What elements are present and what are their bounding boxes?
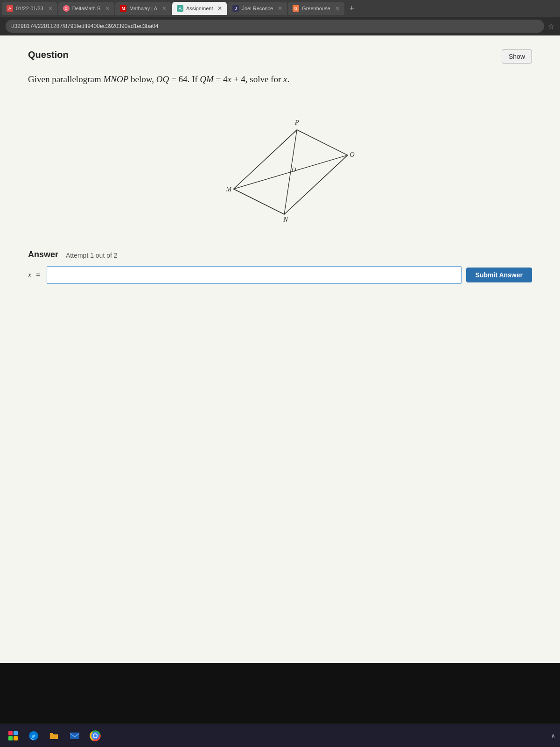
equals-sign: = <box>36 271 40 279</box>
tab-mathway[interactable]: M Mathway | A ✕ <box>115 2 171 15</box>
bookmark-icon[interactable]: ☆ <box>548 22 554 31</box>
tab-01-label: 01/22-01/23 <box>16 6 43 11</box>
browser-chrome: A 01/22-01/23 ✕ D DeltaMath S ✕ M Mathwa… <box>0 0 560 35</box>
svg-rect-9 <box>14 731 18 735</box>
variable-label: x <box>28 271 31 279</box>
taskbar-right: ∧ <box>551 733 555 739</box>
tab-assignment[interactable]: A Assignment ✕ <box>172 2 227 15</box>
tab-01-close[interactable]: ✕ <box>48 5 53 12</box>
tab-dm-label: DeltaMath S <box>72 6 101 11</box>
tab-joel[interactable]: J Joel Reconce ✕ <box>228 2 287 15</box>
svg-text:Q: Q <box>292 166 296 172</box>
svg-rect-13 <box>70 733 79 739</box>
tab-deltamath[interactable]: D DeltaMath S ✕ <box>58 2 115 15</box>
system-tray-caret: ∧ <box>551 733 555 739</box>
question-label: Question <box>28 49 69 60</box>
svg-rect-11 <box>14 736 18 740</box>
answer-input[interactable] <box>47 266 461 284</box>
parallelogram-diagram: P O N M Q <box>191 100 369 231</box>
answer-row: x = Submit Answer <box>28 266 532 284</box>
tab-01-favicon: A <box>7 5 13 12</box>
chrome-icon[interactable] <box>87 727 104 744</box>
attempt-text: Attempt 1 out of 2 <box>66 252 118 259</box>
tab-as-label: Assignment <box>186 6 213 11</box>
tab-bar: A 01/22-01/23 ✕ D DeltaMath S ✕ M Mathwa… <box>0 0 560 17</box>
tab-mw-favicon: M <box>120 5 126 12</box>
tab-mw-label: Mathway | A <box>129 6 157 11</box>
tab-jo-favicon: J <box>232 5 239 12</box>
windows-icon[interactable] <box>5 727 21 744</box>
taskbar: ∧ <box>0 724 560 747</box>
tab-dm-favicon: D <box>63 5 70 12</box>
content-inner: Question Show Given parallelogram MNOP b… <box>0 35 560 663</box>
svg-rect-8 <box>8 731 13 735</box>
tab-greenhouse[interactable]: G Greenhouse ✕ <box>288 2 344 15</box>
submit-button[interactable]: Submit Answer <box>466 268 532 282</box>
svg-text:N: N <box>283 216 288 223</box>
edge-icon[interactable] <box>25 727 42 744</box>
tab-as-favicon: A <box>177 5 183 12</box>
tab-jo-label: Joel Reconce <box>242 6 273 11</box>
files-icon[interactable] <box>46 727 63 744</box>
answer-section: Answer Attempt 1 out of 2 x = Submit Ans… <box>28 250 532 284</box>
page-content: Question Show Given parallelogram MNOP b… <box>0 35 560 663</box>
address-input[interactable] <box>6 20 544 33</box>
tab-01-22[interactable]: A 01/22-01/23 ✕ <box>2 2 57 15</box>
svg-text:M: M <box>225 185 232 193</box>
address-bar: ☆ <box>0 17 560 35</box>
svg-text:O: O <box>350 151 355 158</box>
tab-dm-close[interactable]: ✕ <box>105 5 110 12</box>
question-header: Question Show <box>28 49 532 63</box>
mail-icon[interactable] <box>66 727 83 744</box>
svg-text:P: P <box>294 119 299 126</box>
question-text: Given parallelogram MNOP below, OQ = 64.… <box>28 73 532 86</box>
tab-as-close[interactable]: ✕ <box>217 5 222 12</box>
svg-rect-10 <box>8 736 13 740</box>
tab-jo-close[interactable]: ✕ <box>278 5 282 12</box>
diagram-area: P O N M Q <box>28 100 532 231</box>
tab-gh-close[interactable]: ✕ <box>335 5 340 12</box>
svg-point-19 <box>94 734 97 737</box>
tab-gh-favicon: G <box>293 5 299 12</box>
tab-gh-label: Greenhouse <box>302 6 330 11</box>
tab-mw-close[interactable]: ✕ <box>162 5 167 12</box>
new-tab-button[interactable]: + <box>345 2 358 15</box>
answer-label: Answer <box>28 250 58 260</box>
show-button[interactable]: Show <box>502 49 532 63</box>
